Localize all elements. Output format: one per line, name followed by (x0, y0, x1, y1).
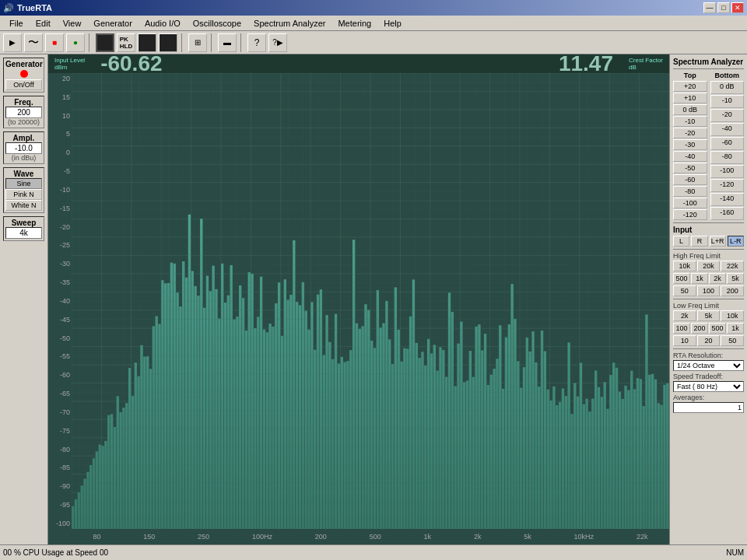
menu-spectrum-analyzer[interactable]: Spectrum Analyzer (247, 17, 331, 30)
lf-1k[interactable]: 1k (727, 323, 744, 334)
black-square-btn3[interactable]: ■ (159, 33, 177, 52)
menu-generator[interactable]: Generator (87, 17, 139, 30)
bar-btn1[interactable]: ▬ (218, 33, 237, 52)
bot-minus20[interactable]: -20 (710, 109, 745, 122)
record-button[interactable]: ● (66, 33, 85, 52)
y-label-11: -35 (48, 278, 72, 286)
y-label-8: -20 (48, 223, 72, 231)
menu-oscilloscope[interactable]: Oscilloscope (187, 17, 247, 30)
wave-pink-btn[interactable]: Pink N (5, 189, 42, 200)
hf-100[interactable]: 100 (697, 285, 721, 296)
help-btn2[interactable]: ?▶ (268, 33, 287, 52)
x-label-2: 250 (198, 533, 209, 541)
menu-help[interactable]: Help (377, 17, 408, 30)
peak-hold-btn[interactable]: PKHLD (117, 33, 135, 52)
bot-minus140[interactable]: -140 (710, 193, 745, 206)
stop-button[interactable]: ■ (45, 33, 64, 52)
spectrum-display (72, 73, 669, 529)
input-LminusR[interactable]: L-R (728, 236, 744, 247)
y-label-12: -40 (48, 297, 72, 305)
wave-section: Wave Sine Pink N White N (3, 167, 44, 213)
bot-minus10[interactable]: -10 (710, 95, 745, 108)
lf-2k[interactable]: 2k (673, 310, 696, 321)
top-minus20[interactable]: -20 (673, 128, 707, 138)
title-bar-left: 🔊 TrueRTA (3, 3, 52, 13)
x-label-5: 500 (370, 533, 381, 541)
bot-minus100[interactable]: -100 (710, 165, 745, 178)
spectrum-analyzer-panel: Spectrum Analyzer Top Bottom +20 +10 0 d… (669, 54, 747, 544)
hf-500[interactable]: 500 (673, 273, 690, 284)
top-minus60[interactable]: -60 (673, 174, 707, 185)
hf-20k[interactable]: 20k (697, 261, 721, 271)
bot-minus120[interactable]: -120 (710, 179, 745, 192)
input-level-unit: dBm (54, 64, 85, 71)
bot-minus160[interactable]: -160 (710, 207, 745, 220)
on-off-button[interactable]: On/Off (5, 79, 42, 90)
top-minus50[interactable]: -50 (673, 163, 707, 173)
hf-200[interactable]: 200 (721, 285, 744, 296)
hf-1k[interactable]: 1k (691, 273, 708, 284)
y-label-18: -70 (48, 408, 72, 416)
lf-10[interactable]: 10 (673, 335, 696, 346)
hf-2k[interactable]: 2k (709, 273, 726, 284)
lf-20[interactable]: 20 (697, 335, 721, 346)
top-minus80[interactable]: -80 (673, 186, 707, 197)
menu-metering[interactable]: Metering (331, 17, 377, 30)
grid-button[interactable]: ⊞ (188, 33, 207, 52)
bot-minus80[interactable]: -80 (710, 151, 745, 164)
lf-50[interactable]: 50 (721, 335, 744, 346)
input-R[interactable]: R (691, 236, 707, 247)
top-0db[interactable]: 0 dB (673, 104, 707, 115)
ampl-input[interactable] (5, 142, 42, 154)
hf-50[interactable]: 50 (673, 285, 696, 296)
menu-view[interactable]: View (57, 17, 88, 30)
lf-5k[interactable]: 5k (697, 310, 721, 321)
top-minus100[interactable]: -100 (673, 198, 707, 208)
lf-100[interactable]: 100 (673, 323, 690, 334)
freq-input[interactable] (5, 107, 42, 118)
menu-edit[interactable]: Edit (30, 17, 57, 30)
top-minus120[interactable]: -120 (673, 209, 707, 220)
black-square-btn1[interactable]: ■ (96, 33, 114, 52)
top-plus10[interactable]: +10 (673, 93, 707, 103)
play-button[interactable]: ▶ (3, 33, 22, 52)
top-minus40[interactable]: -40 (673, 151, 707, 162)
minimize-button[interactable]: — (703, 2, 716, 13)
maximize-button[interactable]: □ (717, 2, 730, 13)
bot-minus60[interactable]: -60 (710, 137, 745, 150)
bot-0db[interactable]: 0 dB (710, 81, 745, 94)
input-LplusR[interactable]: L+R (710, 236, 726, 247)
wave-button[interactable]: 〜 (24, 33, 43, 52)
bot-minus40[interactable]: -40 (710, 123, 745, 136)
hf-22k[interactable]: 22k (721, 261, 744, 271)
averages-label: Averages: (673, 394, 744, 401)
sweep-input[interactable] (5, 227, 42, 239)
lf-500[interactable]: 500 (709, 323, 726, 334)
ampl-section: Ampl. (in dBu) (3, 131, 44, 164)
y-axis: 20 15 10 5 0 -5 -10 -15 -20 -25 -30 -35 … (48, 73, 72, 529)
x-label-9: 10kHz (574, 533, 594, 541)
cpu-usage: 00 % CPU Usage at Speed 00 (3, 548, 108, 557)
lf-200[interactable]: 200 (691, 323, 708, 334)
wave-white-btn[interactable]: White N (5, 200, 42, 211)
input-L[interactable]: L (673, 236, 689, 247)
menu-audio-io[interactable]: Audio I/O (139, 17, 187, 30)
help-btn1[interactable]: ? (247, 33, 266, 52)
lf-10k[interactable]: 10k (721, 310, 744, 321)
wave-label: Wave (5, 170, 42, 178)
wave-sine-btn[interactable]: Sine (5, 178, 42, 189)
top-minus30[interactable]: -30 (673, 139, 707, 150)
black-square-btn2[interactable]: ■ (138, 33, 156, 52)
menu-file[interactable]: File (3, 17, 30, 30)
chart-area: 20 15 10 5 0 -5 -10 -15 -20 -25 -30 -35 … (48, 54, 669, 544)
speed-tradeoff-select[interactable]: Fast ( 80 Hz) Medium Slow (673, 381, 744, 392)
low-freq-grid2: 100 200 500 1k (673, 323, 744, 334)
rta-resolution-select[interactable]: 1/3 Octave 1/6 Octave 1/12 Octave 1/24 O… (673, 360, 744, 371)
close-button[interactable]: ✕ (731, 2, 744, 13)
hf-5k[interactable]: 5k (727, 273, 744, 284)
top-plus20[interactable]: +20 (673, 81, 707, 92)
top-minus10[interactable]: -10 (673, 116, 707, 127)
y-label-23: -95 (48, 501, 72, 509)
averages-input[interactable] (673, 402, 744, 413)
hf-10k[interactable]: 10k (673, 261, 696, 271)
